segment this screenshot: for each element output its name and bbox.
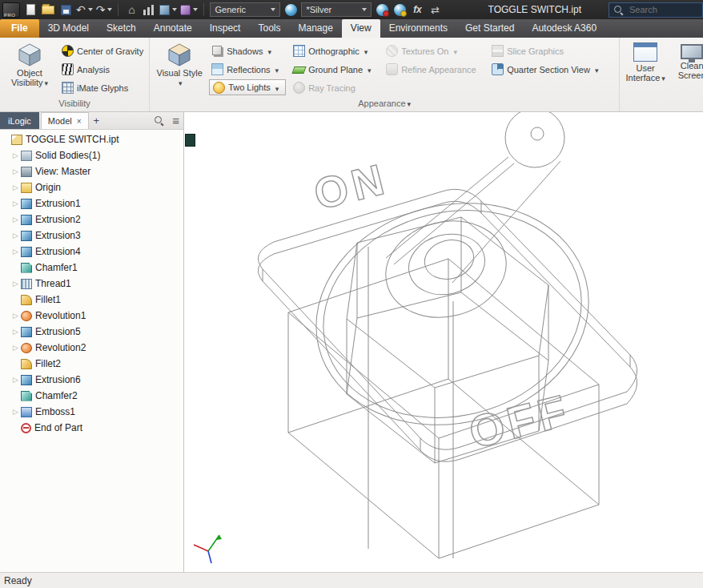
- tree-item[interactable]: Extrusion1: [0, 195, 183, 211]
- tree-item[interactable]: Extrusion4: [0, 244, 183, 260]
- new-appearance-button[interactable]: [392, 2, 407, 18]
- exchange-button[interactable]: [428, 2, 442, 18]
- appearance-select[interactable]: *Silver: [301, 2, 372, 17]
- expand-arrow-icon[interactable]: [11, 232, 20, 240]
- ribbon-tab[interactable]: Sketch: [98, 19, 145, 38]
- tree-item[interactable]: Emboss1: [0, 404, 183, 420]
- tree-item[interactable]: Solid Bodies(1): [0, 147, 183, 163]
- ribbon-tab[interactable]: Annotate: [145, 19, 201, 38]
- expand-arrow-icon[interactable]: [11, 280, 20, 288]
- document-title: TOGGLE SWITCH.ipt: [488, 4, 581, 15]
- center-of-gravity-button[interactable]: Center of Gravity: [59, 42, 146, 60]
- tree-item[interactable]: Fillet1: [0, 292, 183, 308]
- inventor-logo-icon[interactable]: PRO: [2, 2, 20, 18]
- visibility-panel-label[interactable]: Visibility: [0, 98, 149, 111]
- object-visibility-button[interactable]: Object Visibility: [5, 40, 54, 98]
- graphics-viewport[interactable]: ON OFF: [184, 112, 703, 572]
- center-of-gravity-icon: [62, 45, 74, 57]
- expand-arrow-icon[interactable]: [11, 183, 20, 191]
- material-select[interactable]: Generic: [210, 2, 280, 17]
- visual-style-button[interactable]: Visual Style: [155, 40, 204, 98]
- redo-button[interactable]: ↷: [96, 2, 113, 18]
- browser-menu-icon[interactable]: [168, 112, 183, 129]
- analysis-icon: [62, 63, 74, 75]
- feature-icon: [21, 295, 32, 305]
- add-tab-button[interactable]: +: [89, 112, 105, 129]
- redo-icon: ↷: [96, 4, 106, 15]
- search-box[interactable]: [609, 2, 703, 18]
- textures-on-icon: [386, 45, 398, 57]
- imate-glyphs-button[interactable]: iMate Glyphs: [59, 79, 146, 97]
- save-button[interactable]: [58, 2, 73, 18]
- search-input[interactable]: [628, 4, 692, 15]
- feature-label: Emboss1: [35, 406, 75, 417]
- close-icon[interactable]: ×: [77, 117, 82, 126]
- clean-screen-button[interactable]: Clean Screen: [671, 40, 703, 98]
- panel-windows: User Interface Clean Screen: [620, 38, 703, 111]
- tree-item[interactable]: Extrusion6: [0, 372, 183, 388]
- tree-item[interactable]: Revolution2: [0, 340, 183, 356]
- tree-item[interactable]: Thread1: [0, 276, 183, 292]
- expand-arrow-icon[interactable]: [11, 376, 20, 384]
- new-file-button[interactable]: [23, 2, 38, 18]
- parameters-button[interactable]: fx: [410, 2, 424, 18]
- tree-item[interactable]: Extrusion5: [0, 324, 183, 340]
- chevron-down-icon: [274, 65, 279, 75]
- ground-plane-label: Ground Plane: [308, 65, 363, 75]
- visual-style-label: Visual Style: [157, 68, 203, 78]
- iproperties-button[interactable]: [142, 2, 156, 18]
- tree-item[interactable]: View: Master: [0, 163, 183, 179]
- appearance-browser-button[interactable]: [180, 2, 198, 18]
- expand-arrow-icon[interactable]: [11, 151, 20, 159]
- orthographic-button[interactable]: Orthographic: [291, 42, 379, 60]
- expand-arrow-icon[interactable]: [11, 344, 20, 352]
- feature-icon: [21, 279, 32, 289]
- expand-arrow-icon[interactable]: [11, 199, 20, 207]
- expand-arrow-icon[interactable]: [11, 328, 20, 336]
- expand-arrow-icon[interactable]: [11, 312, 20, 320]
- tab-model[interactable]: Model ×: [41, 112, 89, 129]
- ground-plane-button[interactable]: Ground Plane: [291, 60, 379, 79]
- appearance-panel-label[interactable]: Appearance: [150, 98, 619, 111]
- browser-search-button[interactable]: [150, 112, 168, 129]
- ribbon-tab[interactable]: Get Started: [456, 19, 523, 38]
- material-browser-button[interactable]: [159, 2, 177, 18]
- expand-arrow-icon[interactable]: [11, 408, 20, 416]
- tree-item[interactable]: TOGGLE SWITCH.ipt: [0, 131, 183, 147]
- tree-item[interactable]: Origin: [0, 179, 183, 195]
- material-sphere-button[interactable]: [283, 2, 298, 18]
- open-button[interactable]: [41, 2, 55, 18]
- shadows-button[interactable]: Shadows: [209, 42, 286, 60]
- user-interface-button[interactable]: User Interface: [625, 40, 666, 98]
- ribbon-tab[interactable]: View: [342, 19, 380, 38]
- quarter-section-view-button[interactable]: Quarter Section View: [489, 60, 616, 79]
- ribbon-tab[interactable]: Tools: [249, 19, 289, 38]
- reflections-button[interactable]: Reflections: [209, 60, 286, 79]
- tree-item[interactable]: End of Part: [0, 420, 183, 436]
- ribbon-tab[interactable]: File: [0, 19, 39, 38]
- tree-item[interactable]: Chamfer1: [0, 260, 183, 276]
- undo-button[interactable]: ↶: [76, 2, 93, 18]
- ribbon-tab[interactable]: Autodesk A360: [523, 19, 605, 38]
- chevron-down-icon: [43, 78, 49, 88]
- expand-arrow-icon[interactable]: [11, 215, 20, 224]
- ribbon-tab-label: Manage: [298, 22, 332, 34]
- open-folder-icon: [42, 6, 54, 14]
- lighting-style-select[interactable]: Two Lights: [209, 79, 286, 95]
- tree-item[interactable]: Extrusion3: [0, 228, 183, 244]
- analysis-label: Analysis: [77, 65, 110, 75]
- tab-ilogic[interactable]: iLogic: [0, 112, 39, 129]
- expand-arrow-icon[interactable]: [11, 248, 20, 256]
- analysis-button[interactable]: Analysis: [59, 60, 146, 79]
- adjust-appearance-button[interactable]: [375, 2, 389, 18]
- tree-item[interactable]: Fillet2: [0, 356, 183, 372]
- ribbon-tab[interactable]: Manage: [289, 19, 341, 38]
- ribbon-tab[interactable]: Environments: [380, 19, 456, 38]
- tree-item[interactable]: Chamfer2: [0, 388, 183, 404]
- ribbon-tab[interactable]: Inspect: [201, 19, 250, 38]
- tree-item[interactable]: Extrusion2: [0, 211, 183, 228]
- ribbon-tab[interactable]: 3D Model: [39, 19, 98, 38]
- home-view-button[interactable]: [124, 2, 139, 18]
- expand-arrow-icon[interactable]: [11, 167, 20, 175]
- tree-item[interactable]: Revolution1: [0, 308, 183, 324]
